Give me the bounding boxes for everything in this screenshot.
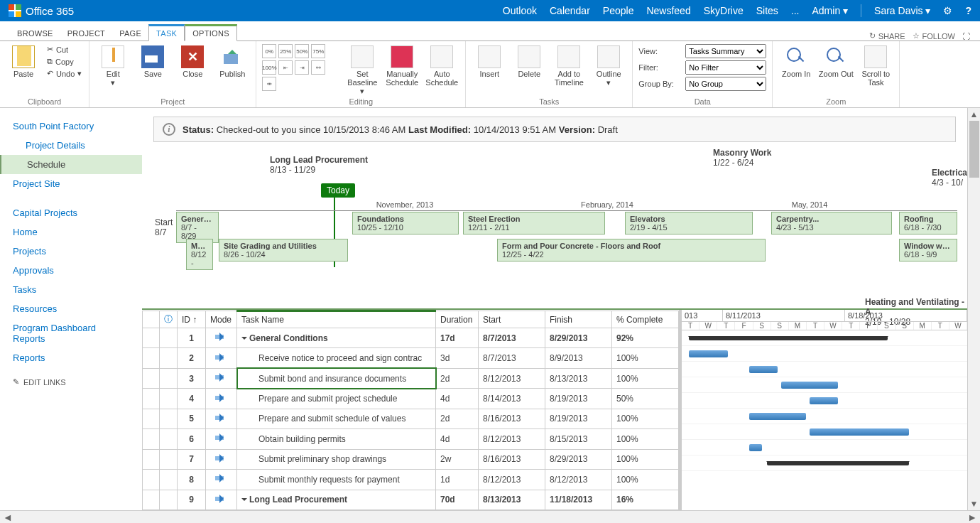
col-finish[interactable]: Finish xyxy=(545,311,612,328)
scroll-up-icon[interactable]: ▲ xyxy=(969,108,980,121)
nav-resources[interactable]: Resources xyxy=(0,299,142,318)
gear-icon[interactable]: ⚙ xyxy=(943,5,952,16)
paste-button[interactable]: Paste xyxy=(6,44,41,78)
timeline[interactable]: Long Lead Procurement8/13 - 11/29 Masonr… xyxy=(142,155,967,304)
nav-capital-projects[interactable]: Capital Projects xyxy=(0,203,142,222)
topbar-more-icon[interactable]: ... xyxy=(791,5,800,16)
table-row[interactable]: 3Submit bond and insurance documents2d8/… xyxy=(143,368,679,388)
pct-25[interactable]: 25% xyxy=(278,44,293,58)
gantt-bar[interactable] xyxy=(781,382,838,389)
groupby-select[interactable]: No Group xyxy=(685,77,766,91)
gantt-bar[interactable] xyxy=(749,413,806,420)
fullscreen-icon[interactable]: ⛶ xyxy=(962,32,970,41)
cut-button[interactable]: ✂Cut xyxy=(45,44,83,55)
nav-south-point[interactable]: South Point Factory xyxy=(0,117,142,136)
topbar-link-calendar[interactable]: Calendar xyxy=(550,5,590,16)
copy-button[interactable]: ⧉Copy xyxy=(45,56,83,67)
nav-tasks[interactable]: Tasks xyxy=(0,280,142,299)
gantt-bar[interactable] xyxy=(749,444,762,451)
topbar-link-outlook[interactable]: Outlook xyxy=(503,5,537,16)
topbar-admin[interactable]: Admin ▾ xyxy=(812,5,849,16)
tab-options[interactable]: OPTIONS xyxy=(185,24,237,41)
add-timeline-button[interactable]: Add to Timeline xyxy=(551,44,587,87)
col-start[interactable]: Start xyxy=(479,311,545,328)
zoom-in-icon xyxy=(785,45,807,68)
zoom-out-button[interactable]: Zoom Out xyxy=(818,44,854,78)
auto-schedule-button[interactable]: Auto Schedule xyxy=(424,44,459,87)
scroll-to-task-button[interactable]: Scroll to Task xyxy=(858,44,893,87)
topbar-link-skydrive[interactable]: SkyDrive xyxy=(704,5,744,16)
tab-task[interactable]: TASK xyxy=(148,24,185,41)
view-select[interactable]: Tasks Summary xyxy=(685,44,766,58)
nav-reports[interactable]: Reports xyxy=(0,348,142,367)
topbar-link-people[interactable]: People xyxy=(603,5,634,16)
close-button[interactable]: ✕Close xyxy=(175,44,210,78)
zoom-in-button[interactable]: Zoom In xyxy=(778,44,814,78)
follow-button[interactable]: ☆ FOLLOW xyxy=(913,31,955,41)
save-button[interactable]: Save xyxy=(135,44,170,78)
nav-schedule[interactable]: Schedule xyxy=(0,155,142,174)
topbar-link-newsfeed[interactable]: Newsfeed xyxy=(646,5,690,16)
col-pct[interactable]: % Complete xyxy=(612,311,679,328)
topbar-user[interactable]: Sara Davis ▾ xyxy=(874,5,930,16)
table-row[interactable]: 9Long Lead Procurement70d8/13/201311/18/… xyxy=(143,490,679,510)
table-row[interactable]: 2Receive notice to proceed and sign cont… xyxy=(143,348,679,368)
manually-schedule-button[interactable]: Manually Schedule xyxy=(384,44,420,87)
outdent-icon[interactable]: ⇤ xyxy=(278,60,293,75)
share-button[interactable]: ↻ SHARE xyxy=(869,31,905,41)
pct-0[interactable]: 0% xyxy=(262,44,276,58)
nav-project-site[interactable]: Project Site xyxy=(0,174,142,193)
gantt-bar[interactable] xyxy=(689,350,728,357)
insert-button[interactable]: Insert xyxy=(472,44,507,78)
gantt-bar[interactable] xyxy=(689,336,888,340)
gantt-bar[interactable] xyxy=(810,428,909,436)
gantt-chart[interactable]: 013 8/11/2013 8/18/2013 TWTFSSMTWTFSSMTW xyxy=(679,310,967,510)
publish-button[interactable]: Publish xyxy=(214,44,250,78)
vertical-scrollbar[interactable]: ▲ ▼ xyxy=(967,108,980,510)
nav-approvals[interactable]: Approvals xyxy=(0,261,142,280)
table-row[interactable]: 7Submit preliminary shop drawings2w8/16/… xyxy=(143,449,679,469)
table-row[interactable]: 8Submit monthly requests for payment1d8/… xyxy=(143,470,679,490)
gantt-bar[interactable] xyxy=(810,397,838,404)
set-baseline-button[interactable]: Set Baseline ▾ xyxy=(344,44,380,95)
help-icon[interactable]: ? xyxy=(965,5,971,16)
nav-dashboard-reports[interactable]: Program Dashboard Reports xyxy=(0,318,142,348)
table-row[interactable]: 5Prepare and submit schedule of values2d… xyxy=(143,409,679,428)
nav-home[interactable]: Home xyxy=(0,222,142,242)
col-task-name[interactable]: Task Name xyxy=(237,311,436,328)
pct-75[interactable]: 75% xyxy=(311,44,325,58)
undo-button[interactable]: ↶Undo ▾ xyxy=(45,68,83,79)
scroll-thumb[interactable] xyxy=(969,121,979,178)
scroll-icon xyxy=(864,45,887,68)
link-icon[interactable]: ⚯ xyxy=(311,60,325,75)
tab-browse[interactable]: BROWSE xyxy=(10,26,60,41)
table-row[interactable]: 4Prepare and submit project schedule4d8/… xyxy=(143,389,679,409)
pct-100[interactable]: 100% xyxy=(262,60,276,75)
indent-icon[interactable]: ⇥ xyxy=(295,60,309,75)
col-info[interactable]: ⓘ xyxy=(160,311,178,328)
col-mode[interactable]: Mode xyxy=(206,311,237,328)
tab-project[interactable]: PROJECT xyxy=(60,26,112,41)
unlink-icon[interactable]: ⚮ xyxy=(262,77,276,91)
nav-projects[interactable]: Projects xyxy=(0,242,142,261)
horizontal-scrollbar[interactable]: ◄ ► xyxy=(0,510,980,523)
nav-project-details[interactable]: Project Details xyxy=(0,136,142,155)
gantt-bar[interactable] xyxy=(749,366,778,373)
topbar-link-sites[interactable]: Sites xyxy=(756,5,778,16)
scroll-left-icon[interactable]: ◄ xyxy=(3,512,13,523)
scroll-right-icon[interactable]: ► xyxy=(967,512,977,523)
outline-button[interactable]: Outline▾ xyxy=(591,44,626,87)
pct-50[interactable]: 50% xyxy=(295,44,309,58)
delete-button[interactable]: Delete xyxy=(511,44,547,78)
tab-page[interactable]: PAGE xyxy=(112,26,148,41)
edit-links-button[interactable]: ✎EDIT LINKS xyxy=(0,367,142,397)
edit-button[interactable]: Edit▾ xyxy=(95,44,131,87)
task-grid[interactable]: ⓘ ID ↑ Mode Task Name Duration Start Fin… xyxy=(142,310,679,510)
gantt-bar[interactable] xyxy=(767,461,909,465)
filter-select[interactable]: No Filter xyxy=(685,60,766,75)
table-row[interactable]: 6Obtain building permits4d8/12/20138/15/… xyxy=(143,429,679,449)
scroll-down-icon[interactable]: ▼ xyxy=(969,497,980,510)
table-row[interactable]: 1General Conditions17d8/7/20138/29/20139… xyxy=(143,328,679,348)
col-duration[interactable]: Duration xyxy=(436,311,479,328)
col-id[interactable]: ID ↑ xyxy=(178,311,206,328)
